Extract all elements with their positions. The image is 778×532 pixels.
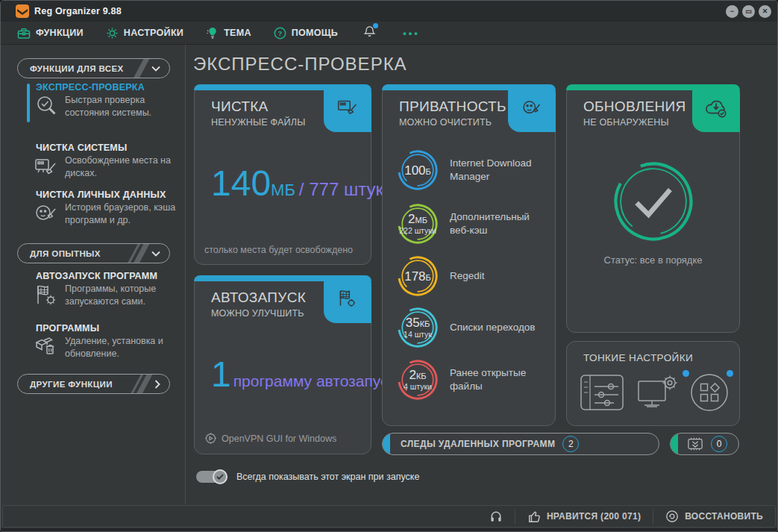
sidebar-group-for-experienced[interactable]: ДЛЯ ОПЫТНЫХ	[17, 243, 170, 263]
privacy-row: 35КБ 14 штук Списки переходов	[396, 306, 548, 349]
deleted-programs-traces-button[interactable]: СЛЕДЫ УДАЛЕННЫХ ПРОГРАММ 2	[382, 433, 659, 455]
cleaning-count: / 777 штук	[299, 179, 383, 200]
like-button[interactable]: НРАВИТСЯ (200 071)	[515, 509, 653, 524]
privacy-row: 100Б Internet Download Manager	[396, 148, 548, 192]
privacy-row: 2КБ 4 штуки Ранее открытые файлы	[396, 358, 548, 401]
lightbulb-icon	[206, 26, 219, 40]
status-bar: НРАВИТСЯ (200 071) ВОССТАНОВИТЬ	[2, 505, 776, 528]
pill-decoration	[133, 243, 144, 263]
privacy-row: 178Б Regedit	[396, 254, 548, 298]
selected-indicator	[27, 84, 30, 122]
autorun-count-label: программу автозапуска	[233, 372, 404, 390]
circle-shapes-icon[interactable]	[690, 373, 729, 415]
autorun-card[interactable]: АВТОЗАПУСК МОЖНО УЛУЧШИТЬ 1 программу ав…	[194, 275, 371, 454]
thumbs-up-icon	[527, 510, 541, 523]
title-bar: Reg Organizer 9.88 − ▭ ✕	[1, 1, 777, 22]
minimize-button[interactable]: −	[726, 5, 738, 18]
cleaning-footer: столько места будет освобождено	[204, 245, 353, 255]
chip-chevrons-icon	[686, 436, 705, 451]
restore-button[interactable]: ВОССТАНОВИТЬ	[653, 509, 775, 524]
monitor-broom-icon	[324, 84, 371, 132]
sidebar-group-other-functions[interactable]: ДРУГИЕ ФУНКЦИИ	[17, 374, 170, 394]
sidebar-item-express-check[interactable]: ЭКСПРЕСС-ПРОВЕРКА Быстрая проверка состо…	[1, 82, 186, 120]
flag-gear-icon	[34, 283, 59, 307]
chevron-down-icon	[151, 66, 160, 72]
menu-more-button[interactable]: •••	[403, 28, 420, 39]
sidebar: ФУНКЦИИ ДЛЯ ВСЕХ ЭКСПРЕСС-ПРОВЕРКА Быстр…	[1, 45, 186, 504]
privacy-ring: 178Б	[396, 254, 439, 298]
notification-dot	[683, 370, 689, 377]
window-title: Reg Organizer 9.88	[34, 6, 122, 16]
briefcase-icon	[17, 27, 31, 40]
bar-accent	[671, 434, 678, 454]
menu-settings[interactable]: НАСТРОЙКИ	[106, 27, 183, 40]
cloud-download-check-icon	[692, 84, 740, 132]
menu-functions[interactable]: ФУНКЦИИ	[17, 27, 84, 40]
main-content: ЭКСПРЕСС-ПРОВЕРКА ЧИСТКА НЕНУЖНЫЕ ФАЙЛЫ …	[186, 45, 777, 504]
svg-text:?: ?	[277, 28, 282, 37]
updates-card[interactable]: ОБНОВЛЕНИЯ НЕ ОБНАРУЖЕНЫ Статус: все в п…	[566, 84, 740, 333]
gear-icon	[106, 27, 119, 40]
magnifier-check-icon	[34, 94, 59, 119]
flag-gear-icon	[324, 275, 371, 323]
startup-toggle[interactable]	[196, 470, 228, 484]
autorun-footer: OpenVPN GUI for Windows	[204, 432, 336, 445]
privacy-card[interactable]: ПРИВАТНОСТЬ МОЖНО ОЧИСТИТЬ 100Б Internet…	[382, 84, 556, 426]
menu-theme[interactable]: ТЕМА	[206, 26, 251, 40]
sliders-panel-icon[interactable]	[580, 375, 624, 413]
page-title: ЭКСПРЕСС-ПРОВЕРКА	[193, 54, 407, 75]
question-icon: ?	[274, 27, 286, 40]
chevron-down-icon	[151, 251, 160, 257]
menu-bar: ФУНКЦИИ НАСТРОЙКИ ТЕМА ? ПОМОЩЬ	[1, 22, 777, 45]
restore-icon	[665, 510, 679, 523]
autorun-count-value: 1	[211, 357, 231, 392]
notification-dot	[727, 370, 733, 377]
chip-count-badge: 0	[711, 436, 727, 452]
traces-count-badge: 2	[562, 436, 579, 452]
headphones-icon	[489, 510, 503, 523]
mask-broom-icon	[508, 84, 556, 132]
notifications-button[interactable]	[363, 25, 376, 41]
mask-broom-icon	[34, 201, 59, 226]
sidebar-item-system-cleanup[interactable]: ЧИСТКА СИСТЕМЫ Освобождение места на дис…	[1, 143, 186, 181]
traces-label: СЛЕДЫ УДАЛЕННЫХ ПРОГРАММ	[401, 439, 555, 449]
chevron-right-icon	[154, 380, 160, 389]
privacy-ring: 35КБ 14 штук	[396, 306, 439, 349]
toggle-label: Всегда показывать этот экран при запуске	[236, 472, 419, 482]
sidebar-item-private-data-cleanup[interactable]: ЧИСТКА ЛИЧНЫХ ДАННЫХ История браузеров, …	[1, 190, 186, 228]
tweaks-card[interactable]: ТОНКИЕ НАСТРОЙКИ	[566, 341, 740, 426]
menu-help[interactable]: ? ПОМОЩЬ	[274, 27, 338, 40]
privacy-row: 2МБ 222 штуки Дополнительный веб-кэш	[396, 202, 548, 245]
updates-check-ring	[612, 160, 695, 243]
card-title: ТОНКИЕ НАСТРОЙКИ	[567, 342, 739, 363]
cleaning-size-unit: МБ	[271, 181, 295, 200]
gear-play-icon	[204, 432, 217, 445]
close-button[interactable]: ✕	[759, 5, 771, 18]
support-button[interactable]	[477, 509, 515, 524]
cleaning-card[interactable]: ЧИСТКА НЕНУЖНЫЕ ФАЙЛЫ 140 МБ / 777 штук …	[194, 84, 371, 265]
sidebar-item-programs[interactable]: ПРОГРАММЫ Удаление, установка и обновлен…	[1, 323, 186, 361]
privacy-ring: 2МБ 222 штуки	[396, 202, 439, 245]
window-bottom-edge	[1, 528, 777, 531]
cleaning-size-value: 140	[211, 166, 271, 201]
monitor-gear-icon[interactable]	[637, 374, 677, 414]
show-on-startup-toggle-row: Всегда показывать этот экран при запуске	[196, 470, 419, 484]
app-window: Reg Organizer 9.88 − ▭ ✕ ФУНКЦИИ НАСТРОЙ…	[0, 0, 778, 532]
box-trash-icon	[34, 335, 59, 360]
monitor-broom-icon	[34, 154, 59, 179]
maximize-button[interactable]: ▭	[742, 5, 755, 18]
bar-accent	[383, 434, 390, 454]
pill-decoration	[139, 58, 144, 78]
sidebar-item-autorun-programs[interactable]: АВТОЗАПУСК ПРОГРАММ Программы, которые з…	[1, 271, 186, 309]
sidebar-group-functions-for-all[interactable]: ФУНКЦИИ ДЛЯ ВСЕХ	[17, 58, 170, 78]
updates-status: Статус: все в порядке	[567, 254, 739, 266]
privacy-ring: 100Б	[396, 148, 439, 192]
privacy-ring: 2КБ 4 штуки	[396, 358, 439, 401]
drivers-button[interactable]: 0	[670, 433, 739, 455]
toggle-check-icon	[213, 469, 228, 484]
pill-decoration	[136, 374, 147, 394]
notification-dot	[373, 23, 378, 28]
app-logo-icon	[16, 4, 29, 18]
